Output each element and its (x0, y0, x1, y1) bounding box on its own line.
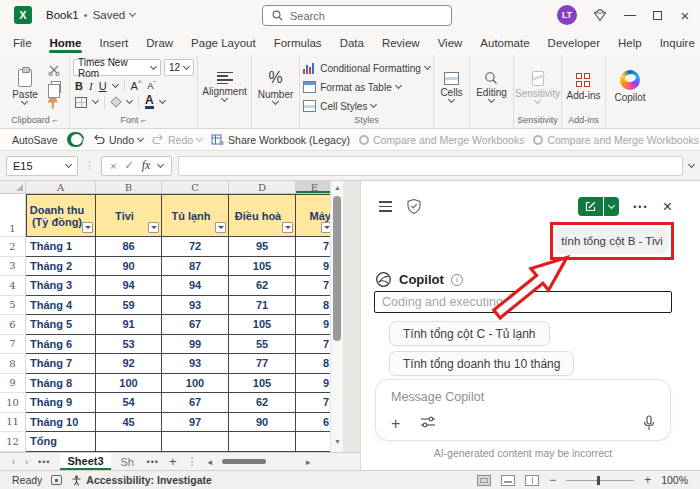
page-break-view-button[interactable] (525, 475, 539, 486)
row-number[interactable]: 10 (0, 393, 26, 413)
cell-value[interactable]: 67 (162, 393, 229, 413)
menu-tab-draw[interactable]: Draw (137, 30, 182, 55)
table-header-cell[interactable]: Điều hoà (229, 194, 296, 237)
cell-value[interactable]: 9 (296, 374, 334, 394)
formula-input[interactable] (178, 156, 683, 176)
sheet-list-icon[interactable]: ••• (38, 457, 50, 467)
zoom-slider[interactable] (566, 480, 634, 481)
underline-button[interactable]: U (99, 80, 107, 92)
number-button[interactable]: % Number (254, 58, 298, 115)
cell-value[interactable]: 6 (296, 413, 334, 433)
cell-month-label[interactable]: Tháng 10 (26, 413, 96, 433)
column-header-E[interactable]: E (296, 181, 334, 193)
format-as-table-button[interactable]: Format as Table (303, 79, 430, 95)
cell-value[interactable]: 92 (96, 354, 162, 374)
cancel-entry-button[interactable]: × (110, 160, 116, 172)
copilot-ribbon-button[interactable]: Copilot (610, 58, 649, 115)
italic-button[interactable]: I (89, 80, 93, 92)
share-workbook-legacy-button[interactable]: Share Workbook (Legacy) (211, 134, 350, 146)
row-number[interactable]: 6 (0, 315, 26, 335)
cell-month-label[interactable]: Tháng 8 (26, 374, 96, 394)
scroll-up-icon[interactable]: ▲ (331, 182, 343, 194)
tune-icon[interactable] (420, 416, 436, 428)
cell-styles-button[interactable]: Cell Styles (303, 98, 430, 114)
menu-tab-page-layout[interactable]: Page Layout (182, 30, 265, 55)
microphone-icon[interactable] (643, 415, 655, 431)
select-all-corner[interactable] (0, 181, 26, 193)
cut-icon[interactable] (48, 65, 60, 76)
cell-value[interactable]: 90 (229, 413, 296, 433)
confirm-entry-button[interactable]: ✓ (124, 159, 133, 172)
row-number[interactable]: 11 (0, 413, 26, 433)
cell-value[interactable]: 9 (296, 257, 334, 277)
cell-value[interactable]: 67 (162, 315, 229, 335)
font-color-button[interactable]: A (145, 95, 154, 109)
font-name-select[interactable]: Times New Rom (73, 59, 161, 76)
row-number[interactable]: 9 (0, 374, 26, 394)
page-layout-view-button[interactable] (501, 475, 515, 486)
editing-button[interactable]: Editing (472, 58, 511, 115)
table-header-cell[interactable]: Tivi (96, 194, 162, 237)
filter-dropdown-button[interactable] (215, 222, 226, 233)
more-options-icon[interactable]: ⋮ (187, 455, 198, 468)
cells-button[interactable]: Cells (436, 58, 466, 115)
add-attachment-icon[interactable]: + (391, 417, 400, 431)
cell-value[interactable]: 53 (96, 335, 162, 355)
info-icon[interactable]: i (451, 274, 463, 286)
fill-color-button[interactable] (110, 96, 121, 107)
menu-tab-review[interactable]: Review (373, 30, 429, 55)
hscroll-left-icon[interactable]: ◂ (208, 457, 213, 467)
close-button[interactable]: × (678, 7, 692, 24)
hscroll-right-icon[interactable]: ▸ (306, 457, 311, 467)
cell-value[interactable]: 87 (162, 257, 229, 277)
cell-value[interactable]: 7 (296, 393, 334, 413)
cell-value[interactable]: 94 (162, 276, 229, 296)
menu-tab-home[interactable]: Home (41, 30, 91, 55)
menu-tab-view[interactable]: View (429, 30, 472, 55)
zoom-in-button[interactable]: + (644, 473, 651, 487)
document-title[interactable]: Book1 • Saved (46, 9, 135, 21)
table-header-cell[interactable]: Máy (296, 194, 334, 237)
accessibility-status[interactable]: Accessibility: Investigate (71, 474, 211, 486)
cell-value[interactable]: 91 (96, 315, 162, 335)
filter-dropdown-button[interactable] (82, 222, 93, 233)
search-input[interactable]: Search (262, 5, 452, 26)
column-header-D[interactable]: D (229, 181, 296, 193)
paste-button[interactable]: Paste (8, 58, 42, 115)
row-number[interactable]: 8 (0, 354, 26, 374)
copy-icon[interactable] (51, 81, 61, 93)
maximize-button[interactable] (653, 11, 662, 20)
next-sheet-icon[interactable]: › (25, 457, 28, 467)
cell-value[interactable]: 7 (296, 237, 334, 257)
cell-value[interactable]: 9 (296, 315, 334, 335)
sheet-overflow-icon[interactable]: ••• (147, 457, 159, 467)
add-ins-button[interactable]: Add-ins (563, 58, 605, 115)
cell-month-label[interactable]: Tháng 9 (26, 393, 96, 413)
cell-value[interactable]: 100 (162, 374, 229, 394)
more-options-icon[interactable]: ••• (633, 202, 648, 212)
sheet-tab-active[interactable]: Sheet3 (60, 453, 110, 470)
cell-value[interactable]: 7 (296, 276, 334, 296)
cell-value[interactable]: 100 (96, 374, 162, 394)
font-size-select[interactable]: 12 (164, 59, 194, 76)
menu-icon[interactable] (379, 201, 392, 212)
zoom-slider-thumb[interactable] (597, 476, 600, 485)
new-chat-button[interactable] (578, 197, 603, 216)
table-header-cell[interactable]: Tủ lạnh (162, 194, 229, 237)
menu-tab-formulas[interactable]: Formulas (265, 30, 331, 55)
avatar[interactable]: LT (557, 5, 577, 25)
copilot-suggestion-chip[interactable]: Tính tổng cột C - Tủ lạnh (389, 321, 550, 346)
name-box[interactable]: E15 (6, 156, 78, 176)
copilot-input-card[interactable]: Message Copilot + (375, 379, 671, 441)
autosave-toggle[interactable]: On (67, 132, 84, 147)
cell-month-label[interactable]: Tháng 2 (26, 257, 96, 277)
cell-value[interactable]: 7 (296, 335, 334, 355)
menu-tab-developer[interactable]: Developer (539, 30, 609, 55)
cell-value[interactable]: 94 (96, 276, 162, 296)
horizontal-scroll-thumb[interactable] (222, 459, 266, 464)
column-header-C[interactable]: C (162, 181, 229, 193)
prev-sheet-icon[interactable]: ‹ (12, 457, 15, 467)
cell-value[interactable]: 105 (229, 315, 296, 335)
cell-value[interactable]: 99 (162, 335, 229, 355)
macro-record-icon[interactable] (51, 475, 62, 485)
